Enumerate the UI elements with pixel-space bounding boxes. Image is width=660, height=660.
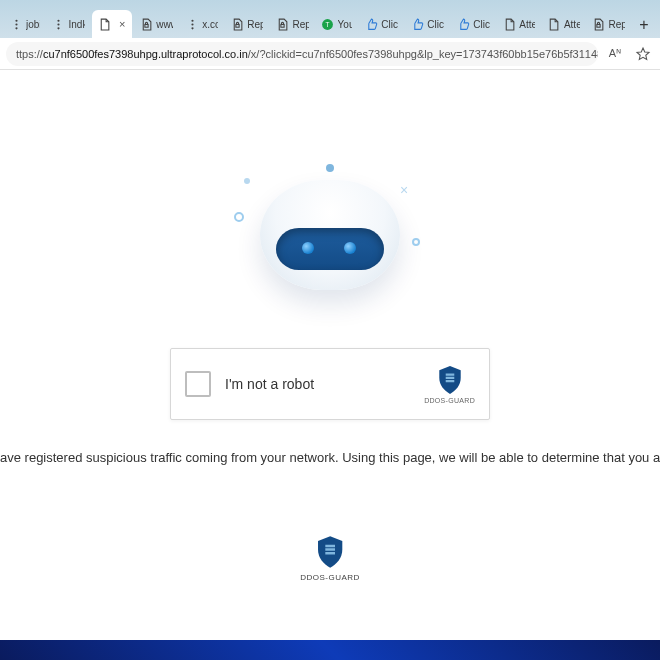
captcha-label: I'm not a robot (225, 376, 424, 392)
thumb-icon (364, 17, 378, 31)
tab-label: Rep (609, 19, 625, 30)
svg-rect-6 (145, 24, 148, 27)
svg-rect-14 (597, 24, 600, 27)
tab-label: Rep (247, 19, 263, 30)
tab-label: Click (427, 19, 444, 30)
browser-tab[interactable]: TYou (316, 10, 358, 38)
svg-point-5 (57, 27, 59, 29)
tab-label: x.co (202, 19, 218, 30)
dots-icon (52, 17, 66, 31)
browser-tab[interactable]: Rep (225, 10, 268, 38)
new-tab-button[interactable]: + (632, 12, 656, 38)
svg-point-0 (15, 19, 17, 21)
browser-tab[interactable]: Click (451, 10, 495, 38)
browser-tab[interactable]: www (134, 10, 178, 38)
dots-icon (9, 17, 23, 31)
tab-label: jobi (26, 19, 40, 30)
svg-point-9 (191, 27, 193, 29)
browser-tab[interactable]: Atte (542, 10, 585, 38)
info-text: ave registered suspicious traffic coming… (0, 450, 660, 465)
site-icon: T (321, 17, 335, 31)
close-tab-button[interactable]: × (117, 18, 127, 30)
tab-label: Rep (292, 19, 308, 30)
thumb-icon (456, 17, 470, 31)
tab-strip: jobiIndk×wwwx.coRepRepTYouClickClickClic… (0, 0, 660, 38)
svg-point-7 (191, 19, 193, 21)
lock-page-icon (139, 17, 153, 31)
captcha-brand-label: DDOS-GUARD (424, 397, 475, 404)
svg-text:T: T (326, 20, 330, 27)
tab-label: Atte (519, 19, 535, 30)
browser-tab[interactable]: × (92, 10, 132, 38)
svg-point-1 (15, 23, 17, 25)
svg-point-4 (57, 23, 59, 25)
page-viewport: × I'm not a robot DDOS-GUARD ave registe… (0, 70, 660, 640)
browser-tab[interactable]: Indk (47, 10, 91, 38)
robot-illustration: × (240, 170, 420, 310)
browser-tab[interactable]: Rep (270, 10, 313, 38)
browser-tab[interactable]: jobi (4, 10, 45, 38)
page-icon (97, 17, 111, 31)
tab-label: Atte (564, 19, 580, 30)
url-host: cu7nf6500fes7398uhpg.ultraprotocol.co.in (43, 48, 248, 60)
address-bar: ttps://cu7nf6500fes7398uhpg.ultraprotoco… (0, 38, 660, 70)
page-icon (502, 17, 516, 31)
lock-page-icon (230, 17, 244, 31)
captcha-checkbox[interactable] (185, 371, 211, 397)
footer-brand-label: DDOS-GUARD (300, 573, 360, 582)
svg-rect-10 (236, 24, 239, 27)
favorite-star-button[interactable] (632, 43, 654, 65)
browser-tab[interactable]: Click (405, 10, 449, 38)
browser-tab[interactable]: x.co (180, 10, 223, 38)
url-path: /x/?clickid=cu7nf6500fes7398uhpg&lp_key=… (248, 48, 598, 60)
svg-rect-11 (281, 24, 284, 27)
svg-point-2 (15, 27, 17, 29)
thumb-icon (410, 17, 424, 31)
tab-label: Indk (69, 19, 86, 30)
browser-tab[interactable]: Rep (587, 10, 630, 38)
url-prefix: ttps:// (16, 48, 43, 60)
footer-brand: DDOS-GUARD (300, 535, 360, 582)
url-field[interactable]: ttps://cu7nf6500fes7398uhpg.ultraprotoco… (6, 42, 598, 66)
dots-icon (185, 17, 199, 31)
captcha-box: I'm not a robot DDOS-GUARD (170, 348, 490, 420)
tab-label: You (338, 19, 353, 30)
page-icon (547, 17, 561, 31)
browser-tab[interactable]: Click (359, 10, 403, 38)
windows-taskbar[interactable] (0, 640, 660, 660)
lock-page-icon (592, 17, 606, 31)
captcha-brand-badge: DDOS-GUARD (424, 365, 475, 404)
tab-label: Click (473, 19, 490, 30)
shield-icon (437, 365, 463, 395)
lock-page-icon (275, 17, 289, 31)
tab-label: Click (381, 19, 398, 30)
browser-tab[interactable]: Atte (497, 10, 540, 38)
tab-label: www (156, 19, 173, 30)
reading-mode-button[interactable]: Aᴺ (604, 43, 626, 65)
svg-point-3 (57, 19, 59, 21)
svg-point-8 (191, 23, 193, 25)
shield-icon (315, 535, 345, 569)
